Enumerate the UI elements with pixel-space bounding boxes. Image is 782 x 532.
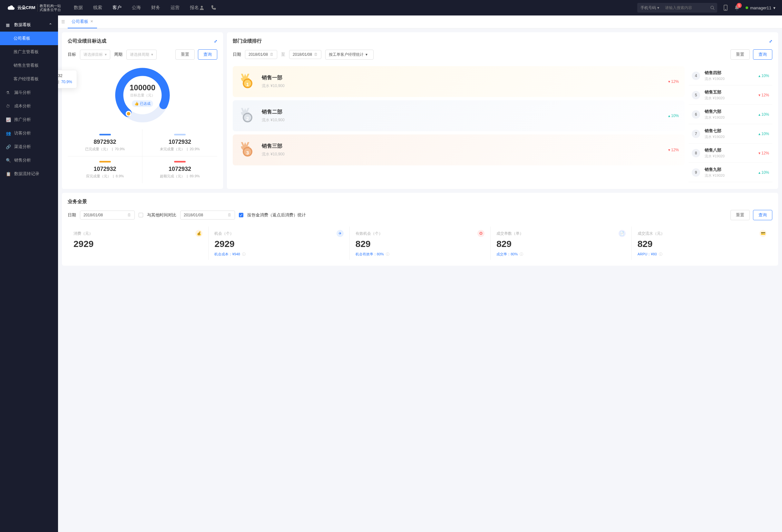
expand-icon[interactable]: ⤢: [769, 39, 772, 43]
date-from-picker[interactable]: 2018/01/08🗓: [245, 50, 277, 59]
topnav-item-0[interactable]: 数据: [74, 5, 83, 11]
sidebar-sub-1[interactable]: 推广主管看板: [0, 45, 58, 59]
sidebar-item-5[interactable]: 🔍销售分析: [0, 153, 58, 167]
calendar-icon: 🗓: [314, 52, 318, 57]
search-input[interactable]: [663, 5, 708, 10]
sidebar-item-1[interactable]: ⏱成本分析: [0, 99, 58, 113]
nav-icon: 📋: [6, 172, 11, 176]
panel-title: 公司业绩目标达成: [68, 38, 106, 44]
panel-title: 部门业绩排行: [233, 38, 262, 44]
rank-row[interactable]: 5销售五部流水 ¥19020▾ 12%: [688, 85, 772, 105]
compare-checkbox[interactable]: [139, 213, 143, 217]
date-picker-2[interactable]: 2018/01/08🗓: [180, 211, 235, 220]
kpi-card: 机会（个）✈2929机会成本：¥948 ⓘ: [209, 227, 349, 260]
nav-icon: 🔍: [6, 158, 11, 163]
donut-value: 100000: [130, 83, 155, 92]
stat-cell: 8972932已完成量（元） | 70.9%: [68, 129, 142, 156]
cash-checkbox[interactable]: ✓: [239, 213, 243, 217]
chevron-up-icon: ⌃: [49, 23, 52, 27]
medal-icon: 3: [239, 141, 257, 159]
business-panel: 业务全景 日期 2018/01/08🗓 与其他时间对比 2018/01/08🗓 …: [62, 193, 778, 266]
calendar-icon: 🗓: [270, 52, 274, 57]
expand-icon[interactable]: ⤢: [214, 39, 217, 43]
topnav-item-1[interactable]: 线索: [93, 5, 102, 11]
close-icon[interactable]: ✕: [90, 19, 93, 24]
kpi-card: 成交单数（单）📄829成交率：80% ⓘ: [491, 227, 632, 260]
sidebar-sub-2[interactable]: 销售主管看板: [0, 59, 58, 72]
topnav-item-2[interactable]: 客户: [112, 5, 121, 11]
rank-row[interactable]: 8销售八部流水 ¥19020▾ 12%: [688, 143, 772, 163]
sidebar: ▦ 数据看板 ⌃ 公司看板推广主管看板销售主管看板客户经理看板 ⚗漏斗分析⏱成本…: [0, 15, 58, 532]
search-group: 手机号码▾: [637, 3, 717, 12]
sidebar-section-dashboard[interactable]: ▦ 数据看板 ⌃: [0, 18, 58, 32]
thumbs-up-icon: 👍: [134, 102, 139, 106]
calendar-icon: 🗓: [227, 213, 232, 217]
help-icon[interactable]: ⓘ: [520, 252, 523, 257]
notif-badge: 5: [737, 3, 742, 8]
rank-row[interactable]: 6销售六部流水 ¥19020▴ 10%: [688, 105, 772, 124]
brand-name: 云朵CRM: [17, 5, 35, 11]
phone-icon[interactable]: [211, 5, 216, 11]
date-label: 日期: [68, 212, 76, 218]
trend-indicator: ▴ 10%: [668, 113, 679, 118]
date-picker-1[interactable]: 2018/01/08🗓: [80, 211, 135, 220]
brand-tagline: 教育机构一站式服务云平台: [37, 4, 61, 11]
reset-button[interactable]: 重置: [731, 210, 750, 220]
query-button[interactable]: 查询: [753, 49, 772, 60]
topnav-item-3[interactable]: 公海: [132, 5, 141, 11]
user-icon[interactable]: [199, 5, 205, 11]
tab-bar: ☰ 公司看板 ✕: [58, 15, 782, 28]
svg-point-0: [201, 6, 203, 8]
mobile-icon[interactable]: [723, 4, 728, 11]
search-type-select[interactable]: 手机号码▾: [637, 5, 663, 11]
sidebar-item-0[interactable]: ⚗漏斗分析: [0, 86, 58, 99]
group-select[interactable]: 按工单客户经理统计▾: [325, 50, 374, 60]
reset-button[interactable]: 重置: [731, 49, 750, 60]
sidebar-sub-3[interactable]: 客户经理看板: [0, 72, 58, 86]
chart-tooltip: 1072932 所占比例: 70.9%: [58, 70, 77, 88]
period-select[interactable]: 请选择周期▾: [127, 50, 157, 60]
bell-icon[interactable]: 5: [734, 5, 740, 11]
search-button[interactable]: [708, 3, 717, 12]
query-button[interactable]: 查询: [753, 210, 772, 220]
rank-row[interactable]: 7销售七部流水 ¥19020▴ 10%: [688, 124, 772, 143]
target-select[interactable]: 请选择目标▾: [80, 50, 110, 60]
achieved-badge: 👍已达成: [132, 100, 153, 107]
sidebar-sub-0[interactable]: 公司看板: [0, 32, 58, 45]
rank-row[interactable]: 9销售九部流水 ¥19020▴ 10%: [688, 163, 772, 182]
topnav-item-5[interactable]: 运营: [171, 5, 180, 11]
help-icon[interactable]: ⓘ: [386, 252, 389, 257]
stat-cell: 1072932超额完成（元） | 89.9%: [142, 156, 217, 183]
tab-company-board[interactable]: 公司看板 ✕: [68, 15, 97, 28]
sidebar-item-2[interactable]: 📈推广分析: [0, 113, 58, 127]
nav-icon: 🔗: [6, 144, 11, 149]
kpi-icon: 📄: [618, 230, 626, 237]
rank-row[interactable]: 4销售四部流水 ¥19020▴ 10%: [688, 66, 772, 85]
kpi-card: 有效机会（个）✪829机会有效率：80% ⓘ: [350, 227, 491, 260]
cash-label: 按현金消费（返点后消费）统计: [247, 212, 306, 218]
chevron-down-icon: ▾: [365, 52, 367, 57]
reset-button[interactable]: 重置: [175, 49, 195, 60]
query-button[interactable]: 查询: [198, 49, 217, 60]
compare-label: 与其他时间对比: [147, 212, 176, 218]
sidebar-toggle-icon[interactable]: ☰: [61, 19, 65, 24]
topnav-item-6[interactable]: 报名: [190, 5, 199, 11]
rank-card-2[interactable]: 2销售二部流水 ¥10,900▴ 10%: [233, 100, 685, 131]
help-icon[interactable]: ⓘ: [242, 252, 246, 257]
kpi-icon: 💰: [196, 230, 203, 237]
date-to-picker[interactable]: 2018/01/08🗓: [289, 50, 321, 59]
sidebar-item-4[interactable]: 🔗渠道分析: [0, 140, 58, 153]
sidebar-item-3[interactable]: 👥访客分析: [0, 127, 58, 140]
topnav-item-4[interactable]: 财务: [151, 5, 160, 11]
rank-card-3[interactable]: 3销售三部流水 ¥10,900▾ 12%: [233, 135, 685, 166]
user-menu[interactable]: manager11▾: [746, 5, 776, 10]
chevron-down-icon: ▾: [773, 5, 776, 10]
rank-card-1[interactable]: 1销售一部流水 ¥10,900▾ 12%: [233, 66, 685, 97]
svg-point-1: [711, 6, 714, 9]
stat-cell: 1072932未完成量（元） | 20.9%: [142, 129, 217, 156]
help-icon[interactable]: ⓘ: [659, 252, 663, 257]
kpi-icon: 💳: [759, 230, 767, 237]
top-nav: 云朵CRM 教育机构一站式服务云平台 数据线索客户公海财务运营报名 手机号码▾ …: [0, 0, 782, 15]
sidebar-item-6[interactable]: 📋数据流转记录: [0, 167, 58, 181]
donut-chart: 100000 目标总量（元） 👍已达成: [113, 66, 172, 124]
